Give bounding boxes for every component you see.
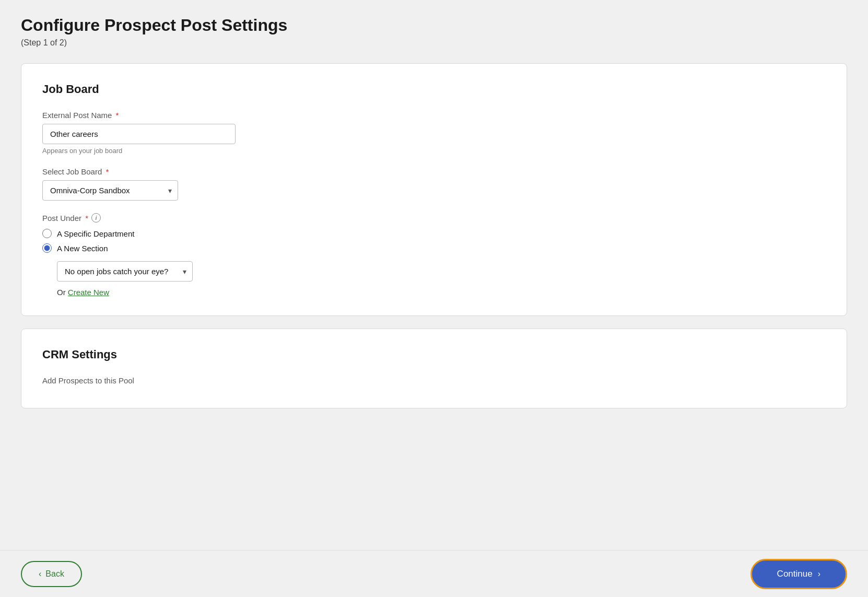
post-under-label: Post Under * [42,214,88,223]
radio-specific-dept[interactable]: A Specific Department [42,229,826,238]
or-create-row: Or Create New [57,288,826,297]
section-select-wrapper: No open jobs catch your eye? Other Secti… [57,261,193,282]
external-post-name-label: External Post Name * [42,111,826,120]
page-subtitle: (Step 1 of 2) [21,38,847,48]
job-board-card-title: Job Board [42,83,826,96]
post-under-label-row: Post Under * i [42,213,826,223]
radio-specific-dept-input[interactable] [42,229,52,238]
or-text: Or [57,288,66,297]
select-job-board-group: Select Job Board * Omniva-Corp Sandbox O… [42,167,826,201]
page-title: Configure Prospect Post Settings [21,16,847,35]
external-post-name-input[interactable] [42,124,236,144]
footer-bar: ‹ Back Continue › [0,550,868,597]
post-under-radio-group: A Specific Department A New Section [42,229,826,253]
required-star-3: * [85,214,88,223]
continue-button[interactable]: Continue › [750,559,847,589]
back-button[interactable]: ‹ Back [21,561,82,587]
crm-card-title: CRM Settings [42,348,826,361]
radio-new-section-label: A New Section [57,244,108,253]
post-under-group: Post Under * i A Specific Department A N… [42,213,826,297]
job-board-select[interactable]: Omniva-Corp Sandbox Other Board [42,180,178,201]
new-section-subsection: No open jobs catch your eye? Other Secti… [57,261,826,297]
continue-icon: › [818,569,820,579]
crm-settings-card: CRM Settings Add Prospects to this Pool [21,329,847,408]
external-post-name-group: External Post Name * Appears on your job… [42,111,826,155]
select-job-board-label: Select Job Board * [42,167,826,176]
radio-new-section[interactable]: A New Section [42,243,826,253]
required-star-2: * [105,167,109,176]
radio-new-section-input[interactable] [42,243,52,253]
back-button-label: Back [45,569,64,579]
required-star-1: * [116,111,119,120]
continue-button-label: Continue [777,569,813,579]
external-post-name-hint: Appears on your job board [42,147,826,155]
back-icon: ‹ [39,569,41,579]
job-board-card: Job Board External Post Name * Appears o… [21,63,847,316]
section-select[interactable]: No open jobs catch your eye? Other Secti… [57,261,193,282]
add-prospects-label: Add Prospects to this Pool [42,376,826,385]
radio-specific-dept-label: A Specific Department [57,229,134,238]
post-under-info-icon[interactable]: i [91,213,101,223]
job-board-select-wrapper: Omniva-Corp Sandbox Other Board ▾ [42,180,178,201]
create-new-link[interactable]: Create New [68,288,109,297]
